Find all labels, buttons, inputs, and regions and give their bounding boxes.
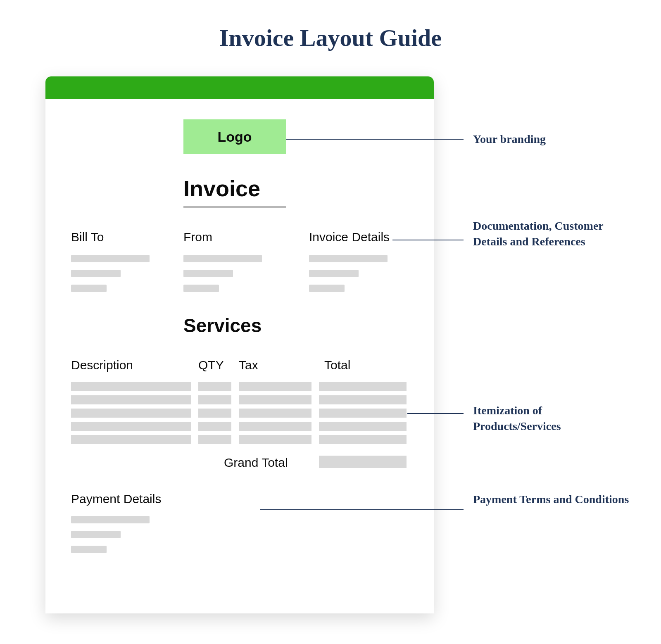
connector-line xyxy=(260,509,464,510)
connector-line xyxy=(286,139,464,140)
invoice-heading: Invoice xyxy=(183,176,260,201)
connector-line xyxy=(407,413,464,414)
table-cell xyxy=(239,435,311,444)
column-description: Description xyxy=(71,358,133,372)
table-cell xyxy=(239,409,311,418)
logo-label: Logo xyxy=(217,129,252,145)
placeholder-line xyxy=(183,255,262,262)
page-title: Invoice Layout Guide xyxy=(0,24,661,52)
table-cell xyxy=(198,382,231,391)
invoice-card: Logo Invoice Bill To From Invoice Detail… xyxy=(45,76,434,613)
placeholder-line xyxy=(183,270,233,277)
grand-total-label: Grand Total xyxy=(224,456,288,470)
from-label: From xyxy=(183,230,212,244)
table-cell xyxy=(71,395,191,404)
invoice-details-label: Invoice Details xyxy=(309,230,390,244)
table-cell xyxy=(319,435,407,444)
table-cell xyxy=(319,395,407,404)
column-total: Total xyxy=(324,358,350,372)
placeholder-line xyxy=(71,546,107,553)
annotation-itemization: Itemization of Products/Services xyxy=(473,403,630,434)
column-qty: QTY xyxy=(198,358,224,372)
placeholder-line xyxy=(309,270,359,277)
table-cell xyxy=(198,435,231,444)
table-cell xyxy=(198,422,231,431)
bill-to-label: Bill To xyxy=(71,230,104,244)
placeholder-line xyxy=(71,255,150,262)
card-accent-bar xyxy=(45,76,434,99)
table-cell xyxy=(71,382,191,391)
table-cell xyxy=(319,382,407,391)
table-cell xyxy=(239,395,311,404)
services-heading: Services xyxy=(183,314,262,337)
table-cell xyxy=(239,422,311,431)
annotation-payment-terms: Payment Terms and Conditions xyxy=(473,492,630,507)
table-cell xyxy=(239,382,311,391)
connector-line xyxy=(392,240,464,240)
placeholder-line xyxy=(183,285,219,292)
invoice-heading-underline xyxy=(183,206,286,208)
table-cell xyxy=(71,435,191,444)
grand-total-placeholder xyxy=(319,456,407,468)
table-cell xyxy=(198,409,231,418)
table-cell xyxy=(319,409,407,418)
placeholder-line xyxy=(71,516,150,523)
table-cell xyxy=(319,422,407,431)
placeholder-line xyxy=(71,531,121,538)
placeholder-line xyxy=(309,255,388,262)
table-cell xyxy=(71,409,191,418)
logo-placeholder: Logo xyxy=(183,119,286,154)
annotation-doc-refs: Documentation, Customer Details and Refe… xyxy=(473,218,630,250)
payment-details-label: Payment Details xyxy=(71,492,161,506)
placeholder-line xyxy=(71,270,121,277)
placeholder-line xyxy=(71,285,107,292)
column-tax: Tax xyxy=(239,358,258,372)
table-cell xyxy=(71,422,191,431)
annotation-branding: Your branding xyxy=(473,131,630,147)
table-cell xyxy=(198,395,231,404)
placeholder-line xyxy=(309,285,345,292)
